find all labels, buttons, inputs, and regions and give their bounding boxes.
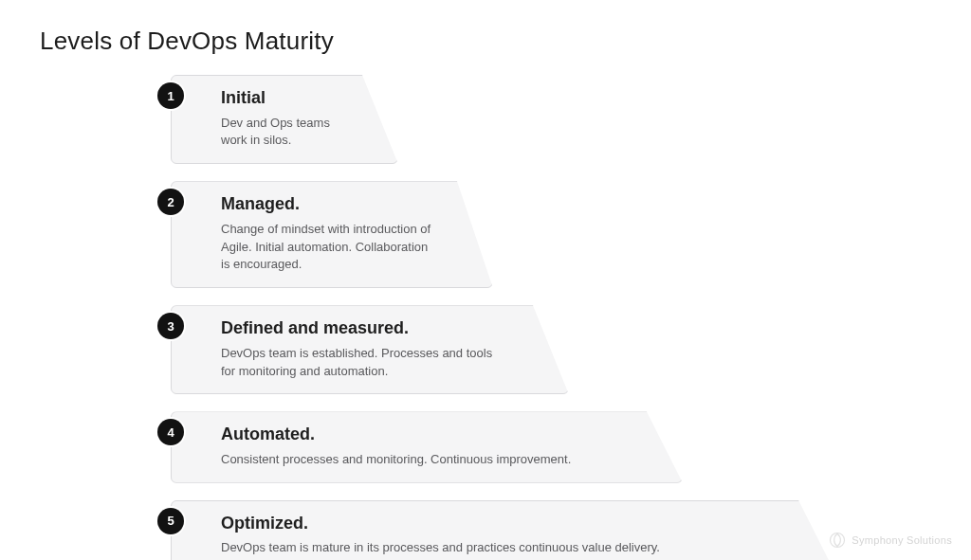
brand-logo-icon (829, 532, 846, 549)
maturity-levels: 1 Initial Dev and Ops teams work in silo… (171, 75, 933, 560)
level-badge: 2 (157, 189, 184, 215)
brand-watermark: Symphony Solutions (829, 532, 952, 549)
level-title: Automated. (221, 424, 621, 445)
level-title: Optimized. (221, 513, 773, 534)
svg-point-0 (831, 533, 845, 548)
level-desc: Dev and Ops teams work in silos. (221, 115, 337, 151)
level-desc: Change of mindset with introduction of A… (221, 221, 431, 275)
page-title: Levels of DevOps Maturity (40, 27, 933, 56)
level-1: 1 Initial Dev and Ops teams work in silo… (171, 75, 933, 164)
level-3: 3 Defined and measured. DevOps team is e… (171, 305, 933, 394)
level-2: 2 Managed. Change of mindset with introd… (171, 181, 933, 288)
page: Levels of DevOps Maturity 1 Initial Dev … (0, 0, 971, 560)
level-desc: DevOps team is established. Processes an… (221, 345, 507, 381)
level-card: Initial Dev and Ops teams work in silos. (171, 75, 398, 164)
level-desc: Consistent processes and monitoring. Con… (221, 451, 621, 469)
brand-name: Symphony Solutions (852, 534, 952, 546)
level-card: Automated. Consistent processes and moni… (171, 411, 683, 482)
level-badge: 1 (157, 82, 184, 109)
level-card: Optimized. DevOps team is mature in its … (171, 500, 834, 560)
level-desc: DevOps team is mature in its processes a… (221, 539, 773, 557)
level-badge: 5 (157, 508, 184, 534)
level-title: Initial (221, 87, 337, 109)
level-title: Managed. (221, 193, 431, 215)
level-card: Managed. Change of mindset with introduc… (171, 181, 493, 288)
level-title: Defined and measured. (221, 317, 507, 339)
level-card: Defined and measured. DevOps team is est… (171, 305, 569, 394)
level-5: 5 Optimized. DevOps team is mature in it… (171, 500, 933, 560)
level-4: 4 Automated. Consistent processes and mo… (171, 411, 933, 482)
